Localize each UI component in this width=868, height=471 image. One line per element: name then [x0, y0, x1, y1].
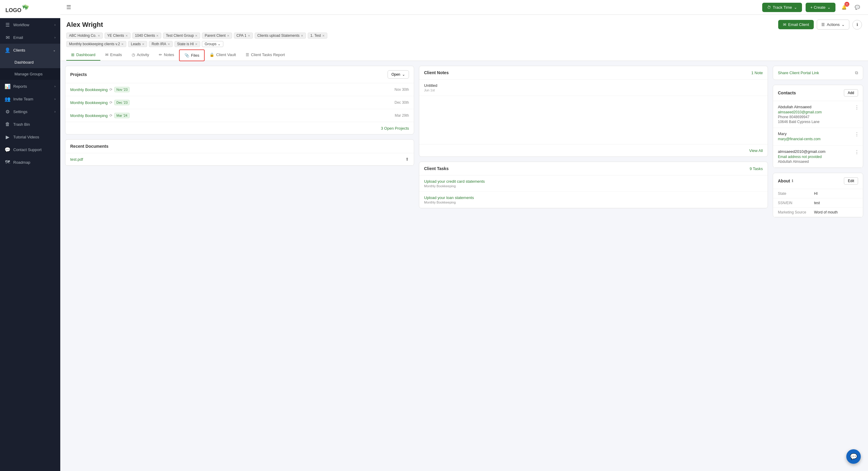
chevron-down-icon: ⌄ — [402, 72, 405, 77]
track-time-button[interactable]: ⏱ Track Time ⌄ — [762, 3, 802, 12]
sidebar-item-label: Clients — [13, 48, 50, 53]
sidebar-item-dashboard[interactable]: Dashboard — [0, 56, 60, 68]
email-tab-icon: ✉ — [105, 53, 108, 57]
email-client-button[interactable]: ✉ Email Client — [778, 20, 814, 29]
edit-about-button[interactable]: Edit — [844, 177, 858, 184]
tag-roth: Roth IRA✕ — [149, 41, 173, 47]
contact-email[interactable]: mary@financial-cents.com — [778, 137, 858, 141]
task-name[interactable]: Upload your credit card statements — [424, 179, 763, 184]
chevron-icon: › — [55, 97, 56, 101]
tab-client-vault[interactable]: 🔒 Client Vault — [205, 50, 241, 61]
sidebar-item-roadmap[interactable]: 🗺 Roadmap — [0, 156, 60, 169]
upload-icon[interactable]: ⬆ — [405, 157, 409, 161]
sidebar-item-contact-support[interactable]: 💬 Contact Support — [0, 143, 60, 156]
open-projects-link[interactable]: 3 Open Projects — [381, 126, 409, 130]
tag-remove[interactable]: ✕ — [142, 42, 144, 46]
tab-activity[interactable]: ◷ Activity — [127, 50, 154, 61]
sidebar-item-label: Workflow — [13, 23, 52, 27]
task-name[interactable]: Upload your loan statements — [424, 196, 763, 200]
tag-remove[interactable]: ✕ — [322, 34, 324, 37]
tag-1-test: 1. Test✕ — [308, 33, 327, 38]
project-name-text: Monthly Bookkeeping — [70, 100, 107, 105]
tab-files[interactable]: 📎 Files — [179, 50, 205, 61]
client-name: Alex Wright — [66, 21, 103, 29]
notes-footer: View All — [419, 144, 768, 156]
portal-link-text[interactable]: Share Client Portal Link — [778, 70, 819, 75]
tab-dashboard[interactable]: ⊞ Dashboard — [66, 50, 100, 61]
contact-menu-button[interactable]: ⋮ — [855, 131, 859, 137]
tag-abc: ABC Holding Co.✕ — [66, 33, 103, 38]
vault-icon: 🔒 — [210, 53, 214, 57]
project-name[interactable]: Monthly Bookkeeping ⟳ Dec '23 — [70, 100, 395, 105]
chevron-down-icon: ⌄ — [841, 22, 845, 27]
about-header: About ℹ Edit — [773, 173, 863, 189]
contact-menu-button[interactable]: ⋮ — [855, 149, 859, 155]
tag-clients-upload: Clients upload Statements✕ — [255, 33, 306, 38]
notes-icon: ✏ — [159, 53, 162, 57]
sidebar-item-settings[interactable]: ⚙ Settings › — [0, 105, 60, 118]
tag-remove[interactable]: ✕ — [125, 34, 128, 37]
hamburger-icon[interactable]: ☰ — [66, 4, 71, 10]
groups-dropdown[interactable]: Groups ⌄ — [202, 41, 223, 47]
add-contact-button[interactable]: Add — [844, 89, 858, 96]
create-label: + Create — [810, 5, 826, 10]
notes-badge: 1 Note — [751, 70, 763, 75]
info-button[interactable]: ℹ — [852, 20, 862, 30]
doc-name[interactable]: test.pdf — [70, 157, 83, 161]
create-button[interactable]: + Create ⌄ — [806, 3, 835, 12]
tag-remove[interactable]: ✕ — [156, 34, 158, 37]
sidebar-item-manage-groups[interactable]: Manage Groups — [0, 68, 60, 80]
tags-row-1: ABC Holding Co.✕ YE Clients✕ 1040 Client… — [66, 33, 862, 38]
tag-ye: YE Clients✕ — [104, 33, 130, 38]
sidebar-submenu-label: Dashboard — [14, 60, 56, 64]
tag-remove[interactable]: ✕ — [195, 34, 197, 37]
tag-remove[interactable]: ✕ — [121, 42, 124, 46]
topbar: ☰ ⏱ Track Time ⌄ + Create ⌄ 🔔 31 💬 — [60, 0, 868, 15]
projects-filter[interactable]: Open ⌄ — [388, 70, 409, 79]
project-name[interactable]: Monthly Bookkeeping ⟳ Mar '24 — [70, 113, 395, 118]
tab-label: Notes — [164, 53, 174, 57]
actions-button[interactable]: ☰ Actions ⌄ — [817, 20, 849, 30]
tab-notes[interactable]: ✏ Notes — [154, 50, 179, 61]
chat-bubble[interactable]: 💬 — [846, 449, 861, 464]
notifications-button[interactable]: 🔔 31 — [839, 2, 849, 12]
doc-item: test.pdf ⬆ — [65, 153, 414, 166]
email-icon: ✉ — [783, 22, 786, 27]
sidebar-item-clients[interactable]: 👤 Clients ⌄ — [0, 44, 60, 56]
contact-email[interactable]: almsaeed2010@gmail.com — [778, 110, 858, 114]
tab-client-tasks-report[interactable]: ☰ Client Tasks Report — [241, 50, 290, 61]
task-item: Upload your credit card statements Month… — [419, 176, 768, 192]
contact-menu-button[interactable]: ⋮ — [855, 105, 859, 110]
messages-button[interactable]: 💬 — [852, 2, 862, 12]
view-all-notes[interactable]: View All — [749, 148, 763, 153]
about-value: test — [814, 201, 820, 205]
tag-remove[interactable]: ✕ — [248, 34, 250, 37]
contact-email: Email address not provided — [778, 155, 858, 159]
chevron-icon: › — [55, 110, 56, 113]
tab-label: Client Tasks Report — [251, 53, 285, 57]
client-tasks-card: Client Tasks 9 Tasks Upload your credit … — [419, 161, 768, 208]
sidebar-item-trash-bin[interactable]: 🗑 Trash Bin — [0, 118, 60, 130]
project-name-text: Monthly Bookkeeping — [70, 87, 107, 92]
tag-remove[interactable]: ✕ — [195, 42, 197, 46]
sidebar-item-workflow[interactable]: ☰ Workflow › — [0, 19, 60, 31]
tag-remove[interactable]: ✕ — [167, 42, 170, 46]
sidebar-item-reports[interactable]: 📊 Reports › — [0, 80, 60, 93]
copy-icon[interactable]: ⧉ — [855, 70, 858, 76]
sidebar-submenu-label: Manage Groups — [14, 72, 56, 76]
sidebar-item-label: Reports — [13, 84, 52, 89]
contact-name: almsaeed2010@gmail.com — [778, 149, 858, 154]
sidebar-item-invite-team[interactable]: 👥 Invite Team › — [0, 93, 60, 105]
project-badge: Mar '24 — [114, 113, 129, 118]
tab-emails[interactable]: ✉ Emails — [100, 50, 127, 61]
sidebar-item-tutorial-videos[interactable]: ▶ Tutorial Videos — [0, 130, 60, 143]
project-name[interactable]: Monthly Bookkeeping ⟳ Nov '23 — [70, 87, 395, 92]
tag-remove[interactable]: ✕ — [227, 34, 229, 37]
tag-1040: 1040 Clients✕ — [132, 33, 161, 38]
sidebar-item-email[interactable]: ✉ Email › — [0, 31, 60, 44]
tag-remove[interactable]: ✕ — [98, 34, 100, 37]
info-icon: ℹ — [857, 22, 858, 27]
about-card: About ℹ Edit State HI SSN/EIN test — [773, 173, 863, 217]
tag-remove[interactable]: ✕ — [301, 34, 303, 37]
clients-icon: 👤 — [5, 47, 10, 53]
